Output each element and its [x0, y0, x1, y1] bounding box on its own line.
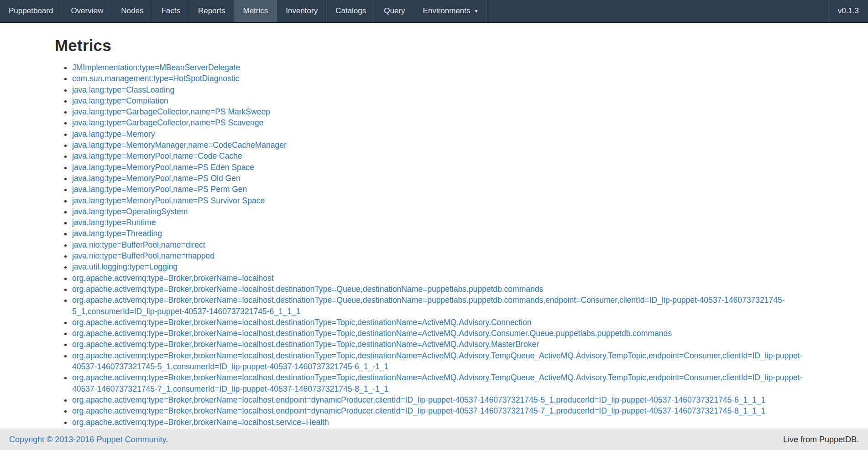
- metric-link[interactable]: java.lang:type=Runtime: [72, 218, 156, 227]
- metric-link[interactable]: org.apache.activemq:type=Broker,brokerNa…: [72, 284, 543, 294]
- list-item: java.lang:type=Compilation: [72, 95, 813, 106]
- copyright-link[interactable]: Copyright © 2013-2016 Puppet Community: [9, 435, 166, 444]
- list-item: java.lang:type=MemoryPool,name=PS Perm G…: [72, 184, 813, 195]
- list-item: org.apache.activemq:type=Broker,brokerNa…: [72, 417, 813, 428]
- metric-link[interactable]: java.lang:type=ClassLoading: [72, 85, 174, 94]
- list-item: org.apache.activemq:type=Broker,brokerNa…: [72, 295, 813, 317]
- list-item: java.lang:type=Threading: [72, 228, 813, 239]
- list-item: java.lang:type=OperatingSystem: [72, 206, 813, 217]
- list-item: java.nio:type=BufferPool,name=direct: [72, 239, 813, 250]
- metric-link[interactable]: org.apache.activemq:type=Broker,brokerNa…: [72, 295, 784, 316]
- nav-item-reports[interactable]: Reports: [189, 0, 235, 22]
- list-item: java.lang:type=Runtime: [72, 217, 813, 228]
- metric-link[interactable]: org.apache.activemq:type=Broker,brokerNa…: [72, 318, 531, 327]
- metric-link[interactable]: java.lang:type=MemoryPool,name=PS Eden S…: [72, 163, 254, 172]
- metric-link[interactable]: org.apache.activemq:type=Broker,brokerNa…: [72, 373, 802, 393]
- list-item: java.lang:type=MemoryManager,name=CodeCa…: [72, 140, 813, 150]
- nav-item-inventory[interactable]: Inventory: [277, 0, 327, 22]
- metric-link[interactable]: JMImplementation:type=MBeanServerDelegat…: [72, 63, 240, 72]
- metric-link[interactable]: java.lang:type=GarbageCollector,name=PS …: [72, 107, 270, 116]
- list-item: org.apache.activemq:type=Broker,brokerNa…: [72, 394, 813, 405]
- nav-item-query[interactable]: Query: [375, 0, 414, 22]
- nav-item-overview[interactable]: Overview: [62, 0, 112, 22]
- metric-link[interactable]: java.lang:type=MemoryPool,name=PS Perm G…: [72, 185, 247, 194]
- nav-item-catalogs[interactable]: Catalogs: [327, 0, 375, 22]
- metric-link[interactable]: java.nio:type=BufferPool,name=direct: [72, 240, 205, 249]
- list-item: java.nio:type=BufferPool,name=mapped: [72, 250, 813, 261]
- nav-item-facts[interactable]: Facts: [152, 0, 189, 22]
- list-item: org.apache.activemq:type=Broker,brokerNa…: [72, 284, 813, 295]
- version-label: v0.1.3: [828, 0, 868, 22]
- list-item: org.apache.activemq:type=Broker,brokerNa…: [72, 317, 813, 328]
- metric-link[interactable]: java.lang:type=MemoryPool,name=Code Cach…: [72, 151, 242, 160]
- copyright-period: .: [166, 435, 168, 444]
- main-content: Metrics JMImplementation:type=MBeanServe…: [55, 23, 813, 439]
- list-item: org.apache.activemq:type=Broker,brokerNa…: [72, 328, 813, 339]
- metric-link[interactable]: org.apache.activemq:type=Broker,brokerNa…: [72, 274, 274, 283]
- footer: Copyright © 2013-2016 Puppet Community. …: [0, 429, 868, 450]
- list-item: java.lang:type=GarbageCollector,name=PS …: [72, 117, 813, 128]
- top-navbar: Puppetboard Overview Nodes Facts Reports…: [0, 0, 868, 23]
- metric-link[interactable]: org.apache.activemq:type=Broker,brokerNa…: [72, 351, 802, 371]
- metric-link[interactable]: org.apache.activemq:type=Broker,brokerNa…: [72, 418, 329, 427]
- list-item: org.apache.activemq:type=Broker,brokerNa…: [72, 273, 813, 284]
- list-item: com.sun.management:type=HotSpotDiagnosti…: [72, 73, 813, 84]
- metric-link[interactable]: java.lang:type=Memory: [72, 129, 155, 139]
- metric-link[interactable]: org.apache.activemq:type=Broker,brokerNa…: [72, 406, 765, 415]
- footer-copyright: Copyright © 2013-2016 Puppet Community.: [9, 435, 168, 445]
- metric-link[interactable]: org.apache.activemq:type=Broker,brokerNa…: [72, 329, 672, 338]
- list-item: org.apache.activemq:type=Broker,brokerNa…: [72, 350, 813, 372]
- list-item: org.apache.activemq:type=Broker,brokerNa…: [72, 339, 813, 350]
- environments-dropdown[interactable]: Environments ▾: [414, 0, 487, 22]
- list-item: java.lang:type=Memory: [72, 129, 813, 140]
- metric-link[interactable]: java.lang:type=OperatingSystem: [72, 207, 188, 216]
- page-title: Metrics: [55, 36, 813, 55]
- list-item: org.apache.activemq:type=Broker,brokerNa…: [72, 372, 813, 394]
- list-item: java.lang:type=MemoryPool,name=PS Old Ge…: [72, 173, 813, 184]
- list-item: JMImplementation:type=MBeanServerDelegat…: [72, 62, 813, 73]
- metric-link[interactable]: java.lang:type=Compilation: [72, 96, 168, 105]
- list-item: java.lang:type=GarbageCollector,name=PS …: [72, 106, 813, 117]
- metric-link[interactable]: java.lang:type=MemoryManager,name=CodeCa…: [72, 140, 287, 150]
- metric-link[interactable]: com.sun.management:type=HotSpotDiagnosti…: [72, 74, 239, 83]
- metric-link[interactable]: java.lang:type=Threading: [72, 229, 162, 238]
- metrics-list: JMImplementation:type=MBeanServerDelegat…: [55, 62, 813, 439]
- environments-dropdown-label: Environments: [423, 6, 471, 16]
- chevron-down-icon: ▾: [475, 8, 478, 14]
- navbar-spacer: [487, 0, 828, 22]
- metric-link[interactable]: org.apache.activemq:type=Broker,brokerNa…: [72, 395, 765, 404]
- metric-link[interactable]: java.lang:type=MemoryPool,name=PS Old Ge…: [72, 174, 241, 183]
- metric-link[interactable]: java.util.logging:type=Logging: [72, 262, 178, 271]
- metric-link[interactable]: java.nio:type=BufferPool,name=mapped: [72, 251, 214, 260]
- footer-live-status: Live from PuppetDB.: [783, 435, 859, 445]
- nav-item-metrics[interactable]: Metrics: [234, 0, 277, 22]
- list-item: java.lang:type=MemoryPool,name=PS Surviv…: [72, 195, 813, 206]
- metric-link[interactable]: java.lang:type=GarbageCollector,name=PS …: [72, 118, 263, 127]
- list-item: java.util.logging:type=Logging: [72, 261, 813, 272]
- metric-link[interactable]: java.lang:type=MemoryPool,name=PS Surviv…: [72, 196, 265, 205]
- list-item: java.lang:type=MemoryPool,name=Code Cach…: [72, 150, 813, 161]
- list-item: java.lang:type=MemoryPool,name=PS Eden S…: [72, 162, 813, 173]
- metric-link[interactable]: org.apache.activemq:type=Broker,brokerNa…: [72, 340, 539, 349]
- list-item: java.lang:type=ClassLoading: [72, 84, 813, 95]
- navbar-brand[interactable]: Puppetboard: [0, 0, 62, 22]
- list-item: org.apache.activemq:type=Broker,brokerNa…: [72, 405, 813, 416]
- nav-item-nodes[interactable]: Nodes: [112, 0, 152, 22]
